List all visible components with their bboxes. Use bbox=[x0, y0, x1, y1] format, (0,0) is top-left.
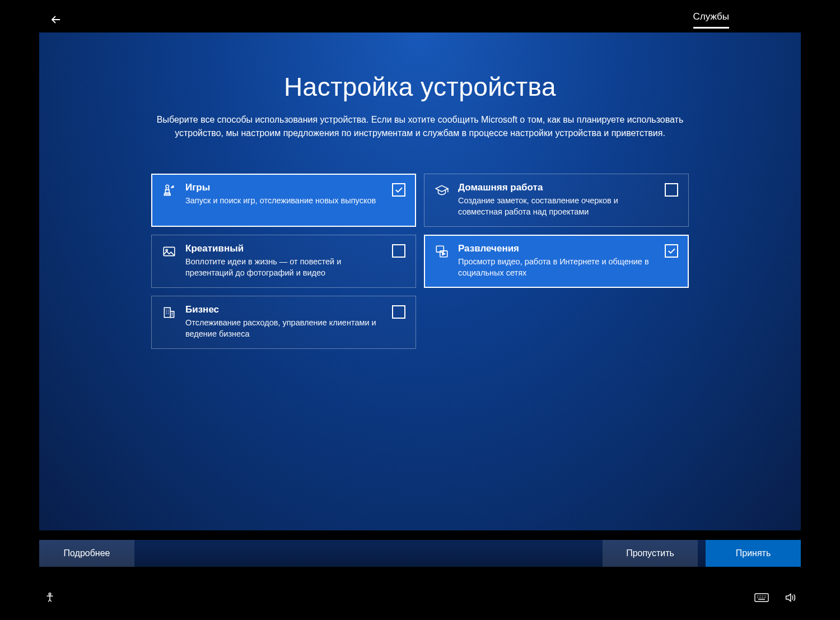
card-desc: Отслеживание расходов, управление клиент… bbox=[185, 318, 383, 339]
card-title: Креативный bbox=[185, 243, 383, 254]
card-business[interactable]: Бизнес Отслеживание расходов, управление… bbox=[151, 296, 416, 349]
media-icon bbox=[435, 244, 449, 259]
keyboard-icon[interactable] bbox=[754, 591, 769, 604]
card-body: Креативный Воплотите идеи в жизнь — от п… bbox=[185, 243, 383, 278]
checkbox[interactable] bbox=[665, 183, 678, 197]
check-icon bbox=[666, 246, 676, 256]
card-body: Игры Запуск и поиск игр, отслеживание но… bbox=[185, 182, 383, 207]
svg-point-5 bbox=[49, 593, 51, 595]
card-desc: Запуск и поиск игр, отслеживание новых в… bbox=[185, 195, 383, 207]
card-creative[interactable]: Креативный Воплотите идеи в жизнь — от п… bbox=[151, 235, 416, 288]
arrow-left-icon bbox=[49, 13, 63, 26]
learn-more-button[interactable]: Подробнее bbox=[39, 540, 134, 567]
card-body: Бизнес Отслеживание расходов, управление… bbox=[185, 304, 383, 339]
page-title: Настройка устройства bbox=[92, 72, 748, 102]
card-entertainment[interactable]: Развлечения Просмотр видео, работа в Инт… bbox=[424, 235, 689, 288]
card-title: Развлечения bbox=[458, 243, 656, 254]
checkbox[interactable] bbox=[392, 305, 405, 319]
business-building-icon bbox=[162, 305, 176, 320]
card-body: Развлечения Просмотр видео, работа в Инт… bbox=[458, 243, 656, 278]
checkbox[interactable] bbox=[665, 244, 678, 258]
checkbox[interactable] bbox=[392, 244, 405, 258]
page-subtitle: Выберите все способы использования устро… bbox=[146, 113, 694, 140]
svg-rect-4 bbox=[164, 308, 170, 318]
bottom-action-bar: Подробнее Пропустить Принять bbox=[39, 540, 801, 567]
svg-rect-6 bbox=[755, 594, 768, 602]
top-bar: Службы bbox=[0, 8, 840, 31]
accept-button[interactable]: Принять bbox=[706, 540, 801, 567]
card-title: Бизнес bbox=[185, 304, 383, 315]
card-desc: Создание заметок, составление очерков и … bbox=[458, 195, 656, 217]
right-buttons: Пропустить Принять bbox=[603, 540, 801, 567]
checkbox[interactable] bbox=[392, 183, 405, 197]
picture-icon bbox=[162, 244, 176, 259]
graduation-cap-icon bbox=[435, 183, 449, 198]
ease-of-access-icon[interactable] bbox=[44, 591, 56, 604]
card-desc: Просмотр видео, работа в Интернете и общ… bbox=[458, 257, 656, 278]
card-gaming[interactable]: Игры Запуск и поиск игр, отслеживание но… bbox=[151, 174, 416, 227]
back-button[interactable] bbox=[49, 13, 63, 26]
skip-button[interactable]: Пропустить bbox=[603, 540, 698, 567]
taskbar bbox=[0, 586, 840, 609]
main-panel: Настройка устройства Выберите все способ… bbox=[39, 32, 801, 530]
usage-cards-grid: Игры Запуск и поиск игр, отслеживание но… bbox=[151, 174, 689, 349]
chess-icon bbox=[162, 183, 176, 198]
card-desc: Воплотите идеи в жизнь — от повестей и п… bbox=[185, 257, 383, 278]
card-body: Домашняя работа Создание заметок, состав… bbox=[458, 182, 656, 217]
card-title: Домашняя работа bbox=[458, 182, 656, 193]
check-icon bbox=[394, 185, 404, 195]
volume-icon[interactable] bbox=[784, 591, 796, 604]
tab-services[interactable]: Службы bbox=[693, 11, 729, 29]
card-homework[interactable]: Домашняя работа Создание заметок, состав… bbox=[424, 174, 689, 227]
card-title: Игры bbox=[185, 182, 383, 193]
